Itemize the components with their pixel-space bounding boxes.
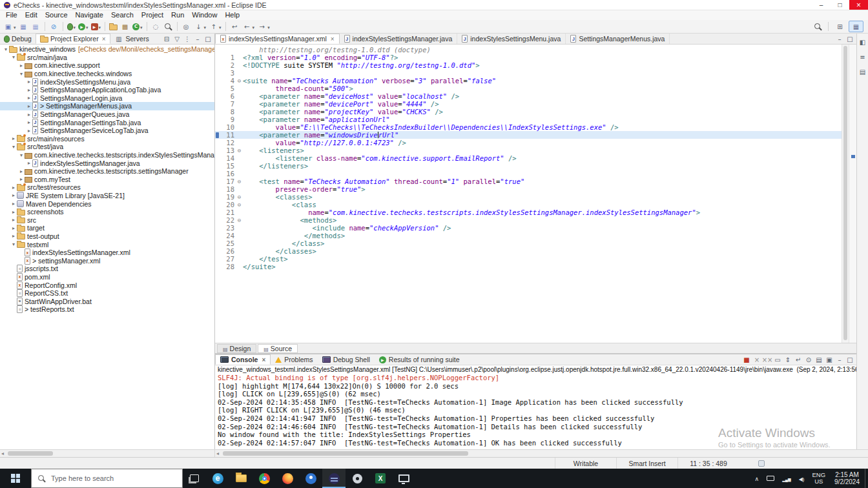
code-line[interactable]: 8 <parameter name="projectKey" value="CH… bbox=[215, 108, 842, 116]
restore-views-button[interactable]: ◧ bbox=[858, 37, 868, 47]
console-horizontal-scrollbar[interactable] bbox=[215, 450, 868, 457]
collapse-arrow-icon[interactable]: ▾ bbox=[10, 144, 17, 150]
tray-chevron-button[interactable] bbox=[751, 469, 763, 488]
skip-breakpoints-button[interactable]: ⊘ bbox=[48, 21, 60, 32]
editor-vertical-scrollbar[interactable] bbox=[842, 45, 849, 343]
scroll-lock-button[interactable]: ⇕ bbox=[783, 354, 793, 365]
expand-arrow-icon[interactable]: ▸ bbox=[26, 87, 32, 93]
start-button[interactable] bbox=[0, 469, 31, 488]
minimize-button[interactable]: – bbox=[192, 34, 203, 44]
tree-item[interactable]: ▸JSettingsManagerQueues.java bbox=[0, 110, 214, 119]
code-line[interactable]: 18 preserve-order="true"> bbox=[215, 185, 842, 193]
collapse-arrow-icon[interactable]: ▾ bbox=[10, 54, 17, 60]
code-line[interactable]: 9 <parameter name="applicationUrl" bbox=[215, 116, 842, 123]
current-line-overview-marker[interactable] bbox=[851, 155, 855, 158]
menu-edit[interactable]: Edit bbox=[21, 10, 41, 20]
code-line[interactable]: 27 </test> bbox=[215, 255, 842, 263]
expand-arrow-icon[interactable]: ▸ bbox=[26, 112, 32, 117]
editor-tab[interactable]: JindexStylesSettingsManager.java bbox=[340, 34, 458, 44]
editor-tab[interactable]: JindexStylesSettingsMenu.java bbox=[457, 34, 566, 44]
scrollbar-thumb[interactable] bbox=[8, 451, 53, 456]
fold-marker-icon[interactable]: ⊖ bbox=[236, 193, 243, 201]
expand-arrow-icon[interactable]: ▸ bbox=[10, 233, 17, 239]
next-annotation-button[interactable]: ↓ bbox=[192, 21, 208, 32]
code-area[interactable]: http://testng.org/testng-1.0.dtd (doctyp… bbox=[215, 45, 842, 343]
collapse-arrow-icon[interactable]: ▾ bbox=[10, 241, 17, 247]
tree-item[interactable]: xindexStylesSettingsManager.xml bbox=[0, 249, 214, 257]
tree-item[interactable]: ▸target bbox=[0, 224, 214, 232]
tree-item[interactable]: ▾src/test/java bbox=[0, 143, 214, 151]
tree-item[interactable]: ≡ReportCSS.txt bbox=[0, 289, 214, 298]
menu-search[interactable]: Search bbox=[107, 10, 138, 20]
new-wizard-button[interactable]: ▣ bbox=[2, 21, 17, 32]
code-line[interactable]: 26 </classes> bbox=[215, 247, 842, 255]
expand-arrow-icon[interactable]: ▸ bbox=[10, 225, 17, 231]
code-line[interactable]: 14 <listener class-name="com.kinective.s… bbox=[215, 154, 842, 162]
dropdown-arrow-icon[interactable] bbox=[140, 23, 143, 30]
code-line[interactable]: 13⊖ <listeners> bbox=[215, 147, 842, 154]
maximize-window-button[interactable] bbox=[831, 0, 849, 10]
tree-item[interactable]: ▸JSettingsManagerSeviceLogTab.java bbox=[0, 127, 214, 135]
prev-annotation-button[interactable]: ↑ bbox=[207, 21, 223, 32]
open-perspective-button[interactable] bbox=[832, 21, 847, 32]
menu-project[interactable]: Project bbox=[138, 10, 167, 20]
menu-source[interactable]: Source bbox=[41, 10, 72, 20]
tree-item[interactable]: ▸JindexStylesSettingsMenu.java bbox=[0, 77, 214, 86]
view-tab-debug[interactable]: Debug bbox=[0, 34, 36, 44]
expand-arrow-icon[interactable]: ▸ bbox=[10, 201, 17, 207]
code-line[interactable]: 17⊖ <test name="TeChecks Automation" thr… bbox=[215, 178, 842, 185]
display-selected-button[interactable]: ▤ bbox=[814, 354, 824, 365]
editor-tab[interactable]: xindexStylesSettingsManager.xml× bbox=[215, 34, 340, 44]
code-line[interactable]: 1<?xml version="1.0" encoding="UTF-8"?> bbox=[215, 54, 842, 61]
tree-item[interactable]: ▸JSettingsManagerLogin.java bbox=[0, 94, 214, 103]
dropdown-arrow-icon[interactable] bbox=[267, 23, 270, 30]
tree-item[interactable]: ≡jsscripts.txt bbox=[0, 265, 214, 273]
view-menu-button[interactable]: ⋮ bbox=[182, 34, 192, 44]
code-line[interactable]: 4⊖<suite name="TeChecks Automation" verb… bbox=[215, 77, 842, 85]
menu-run[interactable]: Run bbox=[167, 10, 188, 20]
snippets-button[interactable]: ▤ bbox=[858, 66, 868, 77]
new-class-button[interactable]: C bbox=[131, 21, 144, 32]
code-line[interactable]: 28</suite> bbox=[215, 263, 842, 270]
search-button[interactable] bbox=[162, 21, 174, 32]
dropdown-arrow-icon[interactable] bbox=[73, 23, 76, 30]
tree-item[interactable]: xpom.xml bbox=[0, 273, 214, 281]
tree-item[interactable]: ▸JSettingsManagerSettingsTab.java bbox=[0, 118, 214, 127]
tree-item[interactable]: ▾kinective_windows[eChecks dev/Monil/ech… bbox=[0, 45, 214, 54]
overview-ruler[interactable] bbox=[849, 45, 856, 343]
minimize-button[interactable]: – bbox=[834, 34, 845, 44]
back-button[interactable]: ← bbox=[241, 21, 256, 32]
expand-arrow-icon[interactable]: ▸ bbox=[18, 168, 25, 174]
edge-taskbar-button[interactable] bbox=[206, 469, 229, 488]
remove-launch-button[interactable]: × bbox=[752, 354, 762, 365]
expand-arrow-icon[interactable]: ▸ bbox=[10, 136, 17, 141]
tree-item[interactable]: ▸com.myTest bbox=[0, 176, 214, 184]
save-all-button[interactable]: ▦ bbox=[30, 21, 42, 32]
close-tab-icon[interactable]: × bbox=[262, 356, 265, 363]
tree-item[interactable]: ▾src/main/java bbox=[0, 54, 214, 62]
terminate-button[interactable]: ■ bbox=[741, 354, 752, 365]
tree-item[interactable]: xReportConfig.xml bbox=[0, 281, 214, 289]
expand-arrow-icon[interactable]: ▸ bbox=[10, 217, 17, 223]
firefox-taskbar-button[interactable] bbox=[276, 469, 299, 488]
editor-tab[interactable]: JSettingsManagerMenus.java bbox=[566, 34, 670, 44]
minimize-window-button[interactable] bbox=[812, 0, 831, 10]
dropdown-arrow-icon[interactable] bbox=[85, 23, 88, 30]
close-tab-icon[interactable]: × bbox=[331, 36, 335, 43]
code-line[interactable]: 25 </class> bbox=[215, 239, 842, 247]
tree-item[interactable]: ▾com.kinective.techecks.windows bbox=[0, 70, 214, 78]
tree-item[interactable]: »StartWinAppDriver.bat bbox=[0, 297, 214, 305]
code-line[interactable]: 3 bbox=[215, 69, 842, 77]
dropdown-arrow-icon[interactable] bbox=[203, 23, 207, 30]
tree-item[interactable]: ▸JSettingsManagerApplicationLogTab.java bbox=[0, 86, 214, 94]
expand-arrow-icon[interactable]: ▸ bbox=[26, 79, 32, 85]
close-tab-icon[interactable]: × bbox=[102, 36, 106, 43]
maximize-button[interactable]: □ bbox=[845, 354, 855, 365]
console-tab-debug-shell[interactable]: Debug Shell bbox=[318, 354, 375, 365]
tree-item[interactable]: ≡> testReports.txt bbox=[0, 305, 214, 314]
java-ee-perspective-button[interactable] bbox=[849, 21, 863, 32]
tree-item[interactable]: ▸com.kinective.techecks.testscripts.sett… bbox=[0, 167, 214, 176]
show-desktop-button[interactable] bbox=[865, 469, 868, 488]
console-body[interactable]: kinective_windows_testxml.indexStylesSet… bbox=[215, 365, 856, 449]
run-external-button[interactable]: ▶ bbox=[90, 21, 103, 32]
